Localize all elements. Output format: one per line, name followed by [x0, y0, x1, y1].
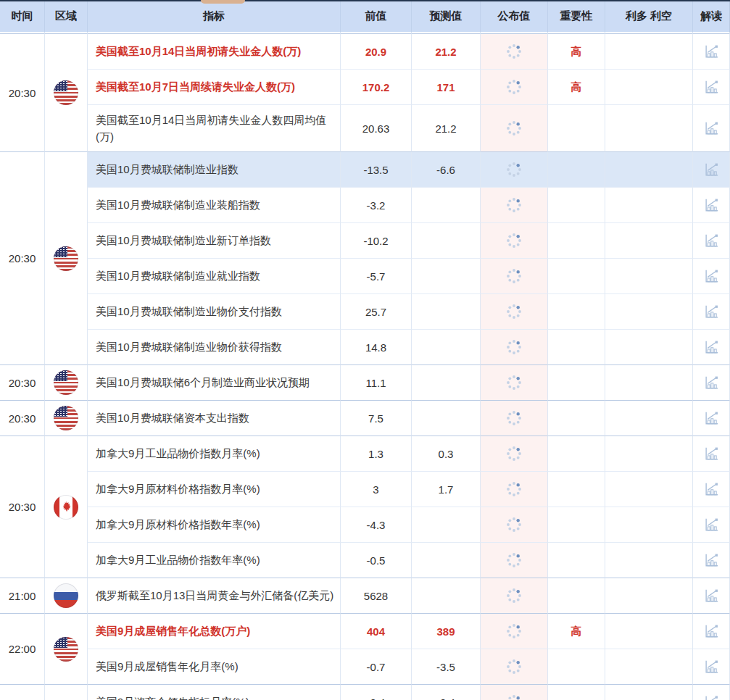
chart-icon[interactable]: [703, 120, 719, 136]
chart-icon[interactable]: [703, 517, 719, 533]
loading-spinner-icon: [505, 373, 523, 392]
interpretation-cell: [693, 436, 730, 472]
indicator-label: 加拿大9月原材料价格指数年率(%): [96, 518, 260, 530]
interpretation-cell: [693, 188, 730, 223]
interpretation-cell: [693, 259, 730, 294]
previous-value-cell: 5628: [341, 578, 412, 614]
forecast-value-cell: 171: [412, 70, 481, 105]
time-cell: 20:30: [0, 401, 45, 436]
previous-value-cell: 3: [341, 472, 412, 507]
indicator-label: 美国10月费城联储6个月制造业商业状况预期: [96, 376, 310, 388]
interpretation-cell: [693, 614, 730, 649]
chart-icon[interactable]: [703, 659, 719, 675]
chart-icon[interactable]: [703, 79, 719, 95]
indicator-label: 美国9月谘商会领先指标月率(%): [96, 696, 249, 700]
indicator-label: 加拿大9月工业品物价指数月率(%): [96, 447, 260, 459]
loading-spinner-icon: [505, 160, 523, 179]
indicator-cell: 美国10月费城联储制造业指数: [88, 152, 341, 188]
chart-icon[interactable]: [703, 375, 719, 391]
forecast-value-cell: -6.6: [412, 152, 481, 188]
bullish-bearish-cell: [605, 33, 693, 70]
indicator-label: 美国截至10月14日当周初请失业金人数四周均值(万): [96, 114, 326, 143]
chart-icon[interactable]: [703, 481, 719, 497]
published-value-cell: [481, 223, 548, 259]
loading-spinner-icon: [505, 409, 523, 428]
indicator-cell: 美国10月费城联储制造业新订单指数: [88, 223, 341, 259]
indicator-label: 美国9月成屋销售年化月率(%): [96, 660, 239, 672]
loading-spinner-icon: [505, 42, 523, 61]
indicator-cell: 美国10月费城联储制造业物价获得指数: [88, 330, 341, 365]
published-value-cell: [481, 330, 548, 365]
econ-event-row: 美国截至10月7日当周续请失业金人数(万)170.2171 高: [0, 70, 730, 105]
loading-spinner-icon: [505, 119, 523, 138]
econ-event-row: 20:30 加拿大9月工业品物价指数月率(%)1.30.3: [0, 436, 730, 472]
col-header-region: 区域: [45, 0, 88, 33]
chart-icon[interactable]: [703, 339, 719, 355]
previous-value-cell: 404: [341, 614, 412, 649]
chart-icon[interactable]: [703, 410, 719, 426]
region-cell: [45, 152, 88, 365]
loading-spinner-icon: [505, 551, 523, 570]
forecast-value-cell: 1.7: [412, 472, 481, 507]
econ-event-row: 美国10月费城联储制造业物价支付指数25.7: [0, 294, 730, 330]
bullish-bearish-cell: [605, 614, 693, 649]
interpretation-cell: [693, 152, 730, 188]
chart-icon[interactable]: [703, 197, 719, 213]
published-value-cell: [481, 188, 548, 223]
chart-icon[interactable]: [703, 623, 719, 639]
bullish-bearish-cell: [605, 152, 693, 188]
interpretation-cell: [693, 70, 730, 105]
region-cell: [45, 33, 88, 152]
chart-icon[interactable]: [703, 694, 719, 700]
bullish-bearish-cell: [605, 223, 693, 259]
chart-icon[interactable]: [703, 268, 719, 284]
time-cell: 20:30: [0, 436, 45, 578]
chart-icon[interactable]: [703, 162, 719, 178]
interpretation-cell: [693, 401, 730, 436]
bullish-bearish-cell: [605, 188, 693, 223]
bullish-bearish-cell: [605, 105, 693, 152]
interpretation-cell: [693, 223, 730, 259]
bullish-bearish-cell: [605, 401, 693, 436]
chart-icon[interactable]: [703, 588, 719, 604]
forecast-value-cell: [412, 294, 481, 330]
published-value-cell: [481, 472, 548, 507]
loading-spinner-icon: [505, 586, 523, 605]
chart-icon[interactable]: [703, 233, 719, 249]
published-value-cell: [481, 294, 548, 330]
indicator-cell: 美国截至10月14日当周初请失业金人数四周均值(万): [88, 105, 341, 152]
previous-value-cell: 14.8: [341, 330, 412, 365]
chart-icon[interactable]: [703, 43, 719, 59]
loading-spinner-icon: [505, 480, 523, 499]
importance-cell: [548, 223, 605, 259]
col-header-previous: 前值: [341, 0, 412, 33]
econ-event-row: 加拿大9月工业品物价指数年率(%)-0.5: [0, 543, 730, 578]
time-cell: 22:00: [0, 614, 45, 685]
indicator-cell: 加拿大9月工业品物价指数月率(%): [88, 436, 341, 472]
region-cell: [45, 685, 88, 700]
econ-event-row: 21:00 俄罗斯截至10月13日当周黄金与外汇储备(亿美元)5628: [0, 578, 730, 614]
previous-value-cell: -4.3: [341, 507, 412, 543]
published-value-cell: [481, 543, 548, 578]
published-value-cell: [481, 33, 548, 70]
interpretation-cell: [693, 294, 730, 330]
importance-cell: [548, 436, 605, 472]
table-header-row: 时间 区域 指标 前值 预测值 公布值 重要性 利多 利空 解读: [0, 0, 730, 33]
forecast-value-cell: [412, 365, 481, 401]
indicator-label: 美国10月费城联储制造业物价获得指数: [96, 341, 282, 353]
flag-canada-icon: [54, 495, 78, 520]
published-value-cell: [481, 649, 548, 685]
chart-icon[interactable]: [703, 552, 719, 568]
importance-cell: [548, 472, 605, 507]
previous-value-cell: 20.63: [341, 105, 412, 152]
forecast-value-cell: 21.2: [412, 33, 481, 70]
interpretation-cell: [693, 330, 730, 365]
bullish-bearish-cell: [605, 685, 693, 700]
time-cell: 21:00: [0, 578, 45, 614]
chart-icon[interactable]: [703, 446, 719, 462]
previous-value-cell: 25.7: [341, 294, 412, 330]
bullish-bearish-cell: [605, 259, 693, 294]
chart-icon[interactable]: [703, 304, 719, 320]
scroll-thumb[interactable]: [201, 0, 245, 4]
indicator-cell: 美国9月成屋销售年化总数(万户): [88, 614, 341, 649]
